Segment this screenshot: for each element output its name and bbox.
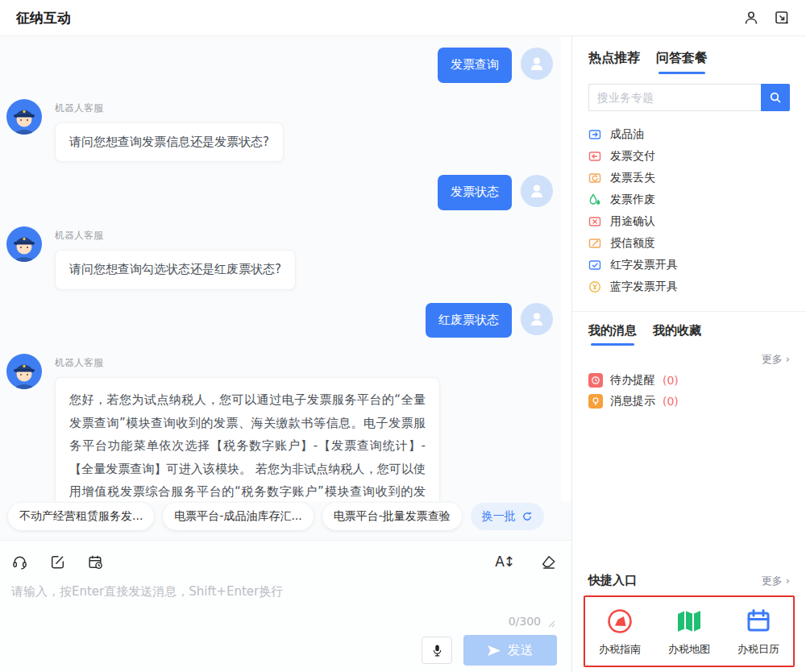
eraser-icon[interactable] xyxy=(540,554,557,570)
message-input[interactable] xyxy=(11,584,557,599)
bot-avatar xyxy=(6,99,42,135)
ticket-arrow-left-icon xyxy=(588,150,601,163)
refresh-icon xyxy=(521,511,533,522)
user-message-row: 发票查询 xyxy=(6,48,553,83)
user-message-row: 红废票状态 xyxy=(6,303,553,338)
todo-reminder-item[interactable]: 待办提醒 (0) xyxy=(588,373,790,388)
message-tabs: 我的消息 我的收藏 xyxy=(588,312,790,346)
user-icon[interactable] xyxy=(743,10,759,26)
headset-icon[interactable] xyxy=(11,554,28,570)
compass-icon xyxy=(606,608,634,635)
suggestion-chip[interactable]: 不动产经营租赁服务发... xyxy=(8,503,154,530)
tab-hot-recommend[interactable]: 热点推荐 xyxy=(588,50,640,74)
sidebar-tabs: 热点推荐 问答套餐 xyxy=(588,36,790,74)
tax-guide-entry[interactable]: 办税指南 xyxy=(599,608,641,657)
calendar-clock-icon[interactable] xyxy=(87,554,104,570)
tab-my-messages[interactable]: 我的消息 xyxy=(588,323,637,346)
droplets-icon xyxy=(588,193,601,206)
bot-bubble: 请问您想查询勾选状态还是红废票状态? xyxy=(55,250,296,290)
tax-calendar-entry[interactable]: 办税日历 xyxy=(737,608,779,657)
map-icon xyxy=(675,608,703,635)
user-message-row: 发票状态 xyxy=(6,175,553,210)
alert-count: (0) xyxy=(663,395,679,408)
window-minimize-icon[interactable] xyxy=(774,10,790,26)
bot-bubble-long: 您好，若您为试点纳税人，您可以通过电子发票服务平台的“全量发票查询”模块查询收到… xyxy=(55,377,440,501)
char-counter: 0/300 xyxy=(509,615,541,628)
tax-map-entry[interactable]: 办税地图 xyxy=(668,608,710,657)
calendar-icon xyxy=(745,608,772,635)
quick-entry-title: 快捷入口 xyxy=(588,573,637,588)
topic-item[interactable]: 蓝字发票开具 xyxy=(588,276,790,297)
bot-answer-text: 您好，若您为试点纳税人，您可以通过电子发票服务平台的“全量发票查询”模块查询收到… xyxy=(69,392,426,501)
app-header: 征纳互动 xyxy=(0,0,806,36)
topic-item[interactable]: 发票交付 xyxy=(588,145,790,167)
ticket-check-icon xyxy=(588,259,601,272)
bot-name: 机器人客服 xyxy=(55,102,284,115)
clock-icon xyxy=(588,373,603,388)
topic-list: 成品油 发票交付 发票丢失 发票作废 xyxy=(588,123,790,297)
ticket-x-icon xyxy=(588,215,601,228)
topic-item[interactable]: 用途确认 xyxy=(588,210,790,232)
bot-message-row: 机器人客服 您好，若您为试点纳税人，您可以通过电子发票服务平台的“全量发票查询”… xyxy=(6,352,553,501)
search-icon xyxy=(769,91,782,104)
topic-search-input[interactable] xyxy=(588,84,761,111)
quick-entry-more-link[interactable]: 更多 › xyxy=(762,574,790,588)
edit-icon[interactable] xyxy=(49,554,66,570)
search-button[interactable] xyxy=(761,84,790,111)
bot-name: 机器人客服 xyxy=(55,229,296,243)
user-bubble: 发票查询 xyxy=(438,48,512,83)
bot-name: 机器人客服 xyxy=(55,356,440,370)
user-avatar xyxy=(521,175,553,207)
ticket-pencil-icon xyxy=(588,237,601,250)
topic-item[interactable]: 授信额度 xyxy=(588,232,790,254)
message-alert-item[interactable]: 消息提示 (0) xyxy=(588,394,790,409)
chat-input-area: A↕ 0/300 xyxy=(0,540,571,672)
tab-my-favorites[interactable]: 我的收藏 xyxy=(653,323,701,346)
chat-panel: 发票查询 xyxy=(0,36,572,672)
user-avatar xyxy=(521,48,553,80)
quick-entry-section: 快捷入口 更多 › 办税指南 办税地图 xyxy=(584,573,795,667)
user-bubble: 红废票状态 xyxy=(426,303,512,338)
page-title: 征纳互动 xyxy=(16,9,71,27)
send-button[interactable]: 发送 xyxy=(463,635,557,666)
ticket-refresh-icon xyxy=(588,172,601,185)
suggestion-chips: 不动产经营租赁服务发... 电票平台-成品油库存汇... 电票平台-批量发票查验… xyxy=(0,501,571,540)
suggestion-chip[interactable]: 电票平台-成品油库存汇... xyxy=(163,503,313,530)
user-bubble: 发票状态 xyxy=(438,175,512,210)
tab-qa-package[interactable]: 问答套餐 xyxy=(656,50,708,74)
bot-bubble: 请问您想查询发票信息还是发票状态? xyxy=(55,122,284,163)
todo-count: (0) xyxy=(663,374,679,387)
coin-yuan-icon xyxy=(588,280,601,293)
topic-item[interactable]: 红字发票开具 xyxy=(588,254,790,276)
topic-item[interactable]: 发票丢失 xyxy=(588,167,790,189)
ticket-arrow-right-icon xyxy=(588,128,601,141)
topic-item[interactable]: 发票作废 xyxy=(588,189,790,210)
sidebar: 热点推荐 问答套餐 成品油 发票交付 xyxy=(572,36,806,672)
font-size-icon[interactable]: A↕ xyxy=(495,554,514,570)
resize-handle[interactable] xyxy=(547,620,555,628)
send-icon xyxy=(488,645,501,656)
microphone-icon xyxy=(431,644,443,657)
message-list[interactable]: 发票查询 xyxy=(0,36,571,501)
microphone-button[interactable] xyxy=(422,637,452,664)
bot-avatar xyxy=(6,354,42,389)
bulb-icon xyxy=(588,394,603,409)
bot-message-row: 机器人客服 请问您想查询发票信息还是发票状态? xyxy=(6,97,553,163)
suggestion-chip[interactable]: 电票平台-批量发票查验 xyxy=(322,503,462,530)
quick-entry-highlight-box: 办税指南 办税地图 办税日历 xyxy=(584,595,795,667)
user-avatar xyxy=(521,303,553,335)
bot-message-row: 机器人客服 请问您想查询勾选状态还是红废票状态? xyxy=(6,225,553,290)
refresh-suggestions-button[interactable]: 换一批 xyxy=(471,503,544,530)
bot-avatar xyxy=(6,226,42,262)
topic-item[interactable]: 成品油 xyxy=(588,123,790,145)
messages-more-link[interactable]: 更多 › xyxy=(588,352,790,367)
